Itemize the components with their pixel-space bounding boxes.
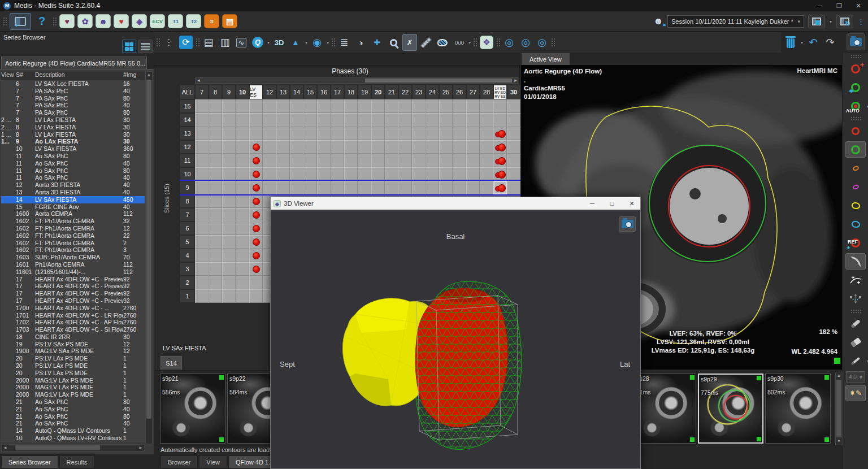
matrix-cell[interactable] bbox=[222, 262, 236, 276]
series-row[interactable]: 1702HEART Ax 4DFLOW +C - AP Flow2760 bbox=[1, 319, 145, 326]
series-row[interactable]: 17HEART Ax 4DFLOW +C - Preview92 bbox=[1, 283, 145, 290]
matrix-cell[interactable] bbox=[493, 167, 507, 181]
matrix-cell[interactable] bbox=[290, 167, 303, 181]
matrix-cell[interactable] bbox=[195, 140, 209, 154]
series-row[interactable]: 10LV SAx FIESTA360 bbox=[1, 145, 145, 153]
phase-header[interactable]: 10 bbox=[236, 85, 249, 99]
matrix-cell[interactable] bbox=[453, 140, 466, 154]
matrix-cell[interactable] bbox=[317, 167, 331, 181]
arc-tool-button[interactable] bbox=[845, 253, 866, 270]
series-row[interactable]: 11601(12165/1601/44)-...112 bbox=[1, 268, 145, 276]
matrix-cell[interactable] bbox=[236, 289, 249, 303]
icon-view-button[interactable] bbox=[122, 40, 136, 53]
matrix-cell[interactable] bbox=[358, 167, 371, 181]
phase-header[interactable]: 24 bbox=[426, 85, 439, 99]
series-row[interactable]: 7PA SAx PhC80 bbox=[1, 95, 145, 102]
qmass-app-icon[interactable]: ♥ bbox=[59, 14, 75, 28]
matrix-cell[interactable] bbox=[385, 113, 398, 127]
lv-endo-button[interactable] bbox=[845, 123, 866, 139]
matrix-cell[interactable] bbox=[236, 276, 249, 289]
matrix-cell[interactable] bbox=[507, 154, 520, 167]
matrix-cell[interactable] bbox=[317, 181, 331, 194]
phase-header[interactable]: 9 bbox=[222, 85, 236, 99]
slice-label[interactable]: 14 bbox=[180, 113, 195, 127]
sphere-button[interactable]: ◉ bbox=[310, 34, 324, 51]
matrix-cell[interactable] bbox=[276, 140, 290, 154]
yellow-roi-button[interactable] bbox=[845, 197, 866, 214]
maximize-button[interactable]: □ bbox=[604, 197, 620, 210]
matrix-cell[interactable] bbox=[222, 289, 236, 303]
matrix-cell[interactable] bbox=[222, 181, 236, 194]
phase-header[interactable]: 23 bbox=[412, 85, 426, 99]
matrix-cell[interactable] bbox=[209, 99, 222, 113]
matrix-cell[interactable] bbox=[209, 113, 222, 127]
matrix-cell[interactable] bbox=[426, 154, 439, 167]
series-row[interactable]: 1602FT: Ph1/Aorta CEMRA2 bbox=[1, 240, 145, 247]
column-header[interactable]: S# bbox=[16, 71, 35, 80]
matrix-cell[interactable] bbox=[303, 140, 317, 154]
matrix-cell[interactable] bbox=[195, 127, 209, 140]
matrix-cell[interactable] bbox=[195, 99, 209, 113]
phase-header[interactable]: 14 bbox=[290, 85, 303, 99]
matrix-cell[interactable] bbox=[466, 167, 480, 181]
matrix-cell[interactable] bbox=[263, 167, 276, 181]
zoom-button[interactable] bbox=[386, 34, 401, 51]
scrollbar-thumb[interactable] bbox=[146, 80, 151, 419]
matrix-cell[interactable] bbox=[290, 140, 303, 154]
series-row[interactable]: 1703HEART Ax 4DFLOW +C - SI Flow2760 bbox=[1, 326, 145, 333]
viewer3d-window[interactable]: ◈ 3D Viewer ─ □ ✕ bbox=[270, 197, 641, 469]
series-row[interactable]: 2000MAG:LV LAx PS MDE1 bbox=[1, 391, 145, 398]
more-options-icon[interactable]: ⋮ bbox=[857, 18, 865, 26]
matrix-cell[interactable] bbox=[209, 222, 222, 235]
create-contour-button[interactable]: + bbox=[845, 60, 866, 77]
matrix-cell[interactable] bbox=[412, 99, 426, 113]
velocity-curves-button[interactable]: ∪∪∪ bbox=[452, 34, 466, 51]
series-row[interactable]: 1602FT: Ph1/Aorta CEMRA3 bbox=[1, 246, 145, 254]
series-row[interactable]: 1600Aorta CEMRA112 bbox=[1, 210, 145, 218]
matrix-cell[interactable] bbox=[371, 127, 385, 140]
matrix-cell[interactable] bbox=[317, 154, 331, 167]
matrix-cell[interactable] bbox=[303, 181, 317, 194]
layers-button[interactable]: ≣ bbox=[337, 34, 351, 51]
report-app-icon[interactable]: ▤ bbox=[222, 14, 237, 28]
matrix-cell[interactable] bbox=[331, 127, 344, 140]
matrix-cell[interactable] bbox=[344, 113, 358, 127]
matrix-cell[interactable] bbox=[439, 113, 453, 127]
scroll-down-icon[interactable]: ▼ bbox=[836, 438, 842, 445]
series-row[interactable]: 14AutoQ - QMass LV Contours1 bbox=[1, 427, 145, 435]
matrix-cell[interactable] bbox=[222, 208, 236, 222]
qflow4d-button[interactable]: Q bbox=[250, 34, 265, 51]
matrix-cell[interactable] bbox=[371, 154, 385, 167]
series-row[interactable]: 11Ao SAx PhC80 bbox=[1, 153, 145, 160]
scrollbar-thumb[interactable] bbox=[365, 79, 512, 82]
signal-button[interactable]: ∿ bbox=[234, 34, 249, 51]
matrix-cell[interactable] bbox=[236, 167, 249, 181]
matrix-cell[interactable] bbox=[331, 181, 344, 194]
phase-header[interactable]: 7 bbox=[195, 85, 209, 99]
matrix-cell[interactable] bbox=[263, 154, 276, 167]
series-row[interactable]: 21Ao SAx PhC40 bbox=[1, 406, 145, 413]
series-row[interactable]: 20PS:LV LAx PS MDE1 bbox=[1, 370, 145, 377]
matrix-cell[interactable] bbox=[398, 167, 412, 181]
restore-button[interactable]: ❐ bbox=[830, 0, 849, 11]
scrollbar-thumb[interactable] bbox=[836, 380, 841, 437]
eraser-button[interactable] bbox=[845, 334, 866, 350]
matrix-cell[interactable] bbox=[195, 222, 209, 235]
3d-view-button[interactable]: 3D bbox=[272, 34, 287, 51]
series-row[interactable]: 21Ao SAx PhC80 bbox=[1, 413, 145, 420]
matrix-cell[interactable] bbox=[222, 154, 236, 167]
series-row[interactable]: 11Ao SAx PhC40 bbox=[1, 174, 145, 181]
matrix-cell[interactable] bbox=[263, 181, 276, 194]
scroll-right-icon[interactable]: ► bbox=[137, 445, 144, 450]
chevron-down-icon[interactable]: ▾ bbox=[267, 40, 270, 45]
matrix-cell[interactable] bbox=[426, 181, 439, 194]
matrix-cell[interactable] bbox=[236, 99, 249, 113]
matrix-cell[interactable] bbox=[195, 249, 209, 262]
matrix-cell[interactable] bbox=[398, 154, 412, 167]
series-row[interactable]: 1700HEART Ax 4DFLOW +C - ...2760 bbox=[1, 305, 145, 312]
matrix-cell[interactable] bbox=[236, 208, 249, 222]
undo-button[interactable]: ↶ bbox=[806, 34, 821, 51]
matrix-cell[interactable] bbox=[507, 113, 520, 127]
matrix-cell[interactable] bbox=[493, 99, 507, 113]
matrix-cell[interactable] bbox=[439, 127, 453, 140]
